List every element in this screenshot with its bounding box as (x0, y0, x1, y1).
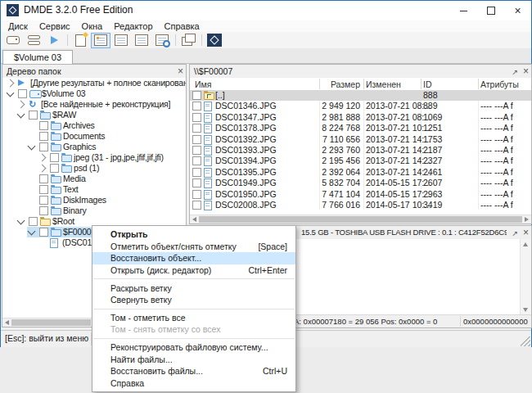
partitions-icon[interactable] (24, 33, 43, 48)
menu-окна[interactable]: Окна (76, 20, 109, 32)
close-button[interactable] (504, 1, 531, 20)
files-view-icon[interactable] (132, 33, 151, 48)
expander-icon[interactable] (38, 154, 47, 162)
table-row[interactable]: DSC01395.JPG 2 392 064 2013-07-21 14:...… (190, 167, 531, 178)
checkbox[interactable] (29, 111, 38, 120)
expand-panel-icon[interactable] (512, 65, 518, 79)
continue-opening-icon[interactable] (44, 33, 64, 48)
tree-item[interactable]: Text (2, 184, 186, 195)
scrollbar-thumb[interactable] (199, 216, 522, 223)
windows-cascade-icon[interactable] (178, 33, 198, 48)
close-panel-icon[interactable] (523, 65, 529, 79)
close-panel-icon[interactable] (178, 65, 183, 78)
row-checkbox[interactable] (192, 124, 201, 133)
scroll-down-icon[interactable] (523, 308, 528, 312)
volumes-view-icon[interactable] (111, 33, 131, 48)
row-checkbox[interactable] (192, 113, 201, 122)
tab-volume-03[interactable]: $Volume 03 (2, 50, 73, 64)
tree-item[interactable]: Documents (2, 131, 186, 142)
new-scan-icon[interactable] (70, 33, 90, 48)
context-menu-item[interactable]: Отметить объект/снять отметку [Space] (92, 241, 295, 253)
table-row[interactable]: DSC02008.JPG 7 766 016 2014-05-17 10:...… (190, 200, 531, 210)
vertical-scrollbar[interactable] (520, 239, 531, 315)
scroll-left-icon[interactable] (5, 320, 9, 325)
scroll-left-icon[interactable] (192, 217, 196, 222)
checkbox[interactable] (39, 196, 48, 205)
row-checkbox[interactable] (192, 146, 201, 155)
column-modified[interactable]: Изменен (366, 79, 401, 90)
table-row[interactable]: DSC01347.JPG 2 981 888 2013-07-21 08:...… (190, 112, 531, 123)
row-checkbox[interactable] (192, 190, 201, 199)
expander-icon[interactable] (7, 79, 15, 88)
checkbox[interactable] (39, 121, 48, 130)
expander-icon[interactable] (17, 217, 25, 225)
table-row[interactable]: DSC01346.JPG 2 949 120 2013-07-21 08:...… (190, 101, 531, 111)
open-drive-icon[interactable] (3, 33, 23, 48)
tree-item[interactable]: jpeg (31 - jpg,jpe,jfif,jif,jfi) (2, 152, 186, 163)
context-menu-item[interactable]: Открыть (диск. редактор) Ctrl+Enter (92, 264, 295, 277)
context-menu-item[interactable]: Том - отметить все (92, 312, 295, 324)
scrollbar-thumb[interactable] (11, 319, 91, 326)
context-menu-item[interactable]: Реконструировать файловую систему... (92, 341, 295, 354)
expander-icon[interactable] (7, 89, 15, 97)
expander-icon[interactable] (17, 101, 25, 109)
table-row[interactable]: DSC01378.JPG 8 224 768 2013-07-21 10:...… (190, 123, 531, 133)
menu-сервис[interactable]: Сервис (34, 20, 76, 32)
table-row[interactable]: [..] 888 (190, 90, 531, 101)
context-menu-item[interactable]: Восстановить файлы... Ctrl+U (92, 365, 295, 377)
column-id[interactable]: ID (423, 79, 432, 90)
row-checkbox[interactable] (192, 201, 201, 210)
context-menu-item[interactable]: Справка (92, 377, 295, 390)
checkbox[interactable] (29, 217, 38, 226)
resize-grip-icon[interactable] (521, 337, 530, 346)
row-checkbox[interactable] (192, 102, 201, 111)
row-checkbox[interactable] (192, 178, 201, 187)
context-menu-item[interactable]: Свернуть ветку (92, 294, 295, 306)
tree-item[interactable]: $Volume 03 (2, 88, 186, 99)
checkbox[interactable] (39, 132, 48, 141)
checkbox[interactable] (39, 185, 48, 194)
expand-panel-icon[interactable] (512, 226, 518, 240)
expander-icon[interactable] (28, 228, 36, 236)
row-checkbox[interactable] (192, 168, 201, 177)
title-bar[interactable]: DMDE 3.2.0 Free Edition (1, 1, 531, 20)
context-menu-item[interactable]: Открыть (92, 228, 295, 241)
context-menu-item[interactable]: Найти файлы... (92, 353, 295, 365)
table-row[interactable]: DSC01950.JPG 7 471 104 2014-05-15 17:...… (190, 189, 531, 200)
expander-icon[interactable] (17, 111, 25, 119)
checkbox[interactable] (39, 174, 48, 183)
checkbox[interactable] (39, 228, 48, 237)
tree-item[interactable]: psd (1) (2, 163, 186, 174)
column-attributes[interactable]: Атрибуты (480, 79, 519, 90)
dmde-logo-icon[interactable] (205, 33, 224, 48)
tree-item[interactable]: [Все найденные + реконструкция] (2, 99, 186, 110)
tree-item[interactable]: DiskImages (2, 195, 186, 206)
checkbox[interactable] (50, 153, 59, 162)
checkbox[interactable] (18, 89, 27, 98)
tree-item[interactable]: $RAW (2, 110, 186, 120)
table-row[interactable]: DSC01393.JPG 2 293 760 2013-07-21 14:...… (190, 145, 531, 156)
context-menu-item[interactable]: Восстановить объект... (92, 252, 295, 264)
search-view-icon[interactable] (152, 33, 172, 48)
tree-item[interactable]: Graphics (2, 142, 186, 152)
file-horizontal-scrollbar[interactable] (190, 215, 531, 224)
row-checkbox[interactable] (192, 156, 201, 165)
column-name[interactable]: Имя (195, 79, 211, 90)
table-row[interactable]: DSC01392.JPG 7 110 656 2013-07-21 14:...… (190, 134, 531, 145)
checkbox[interactable] (39, 142, 48, 151)
expander-icon[interactable] (38, 165, 47, 173)
maximize-button[interactable] (477, 1, 504, 20)
scroll-up-icon[interactable] (523, 242, 528, 246)
expander-icon[interactable] (28, 142, 36, 151)
table-row[interactable]: DSC01949.JPG 5 832 704 2014-05-15 17:...… (190, 178, 531, 188)
row-checkbox[interactable] (192, 135, 201, 144)
folder-tree-view-icon[interactable] (91, 33, 110, 48)
row-checkbox[interactable] (192, 91, 201, 100)
tree-item[interactable]: [Другие результаты + полное сканирование… (2, 78, 186, 88)
checkbox[interactable] (50, 164, 59, 173)
tree-item[interactable]: Binary (2, 206, 186, 216)
menu-редактор[interactable]: Редактор (108, 20, 158, 32)
close-panel-icon[interactable] (523, 226, 529, 240)
scroll-right-icon[interactable] (525, 217, 529, 222)
minimize-button[interactable] (450, 1, 477, 20)
